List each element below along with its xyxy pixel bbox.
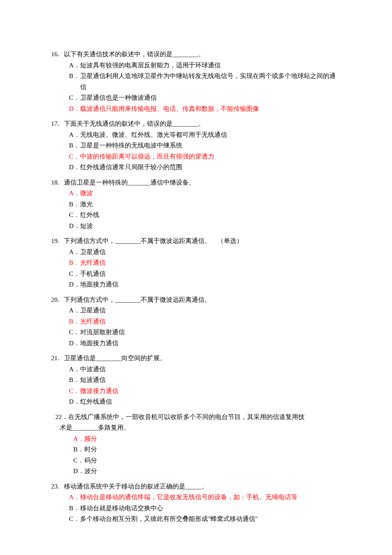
option-text: 短波通信 <box>80 375 341 386</box>
option-a: A． 中波通信 <box>69 364 341 375</box>
option-letter: D． <box>69 104 80 115</box>
option-letter: C． <box>69 210 80 221</box>
question-stem: 19. 下列通信方式中，________不属于微波远距离通信。 （单选） <box>51 236 341 247</box>
question-text: 以下有关通信技术的叙述中，错误的是________。 <box>64 49 341 60</box>
options-list: A． 短波具有较强的电离层反射能力，适用于环球通信 B． 卫星通信利用人造地球卫… <box>51 60 341 115</box>
question-text: 下面关于无线通信的叙述中，错误的是________。 <box>64 119 341 130</box>
question-19: 19. 下列通信方式中，________不属于微波远距离通信。 （单选） A． … <box>51 236 341 290</box>
options-list: A． 卫星通信 B． 光纤通信 C． 手机通信 D． 地面接力通信 <box>51 247 341 290</box>
option-b: B． 卫星通信利用人造地球卫星作为中继站转发无线电信号，实现在两个或多个地球站之… <box>69 71 341 92</box>
question-20: 20. 下列通信方式中，________不属于微波远距离通信。 A． 卫星通信 … <box>51 295 341 349</box>
option-letter: D． <box>69 396 80 408</box>
question-text: 通信卫星是一种特殊的_______通信中继设备。 <box>64 177 341 188</box>
option-d: D． 地面接力通信 <box>69 279 341 290</box>
question-number: 21. <box>51 353 64 364</box>
option-text: 短波具有较强的电离层反射能力，适用于环球通信 <box>80 60 341 71</box>
options-list: A． 移动台是移动的通信终端，它是收发无线信号的设备，如：手机、无绳电话等 B．… <box>51 492 341 525</box>
option-b: B． 卫星是一种特殊的无线电波中继系统 <box>69 140 341 151</box>
option-a: A． 移动台是移动的通信终端，它是收发无线信号的设备，如：手机、无绳电话等 <box>69 492 341 503</box>
option-b: B． 光纤通信 <box>69 257 341 269</box>
option-text: 红外线 <box>80 210 341 221</box>
question-text-line2: 术是________多路复用。 <box>51 422 341 434</box>
option-letter: D． <box>73 466 84 477</box>
option-c: C． 对流层散射通信 <box>69 327 341 338</box>
question-number: 20. <box>51 295 64 306</box>
option-text: 中波通信 <box>80 364 341 375</box>
option-letter: A． <box>73 434 84 445</box>
option-text: 红外线通信通常只局限于较小的范围 <box>80 162 341 173</box>
question-22: 22．在无线广播系统中，一部收音机可以收听多个不同的电台节目，其采用的信道复用技… <box>51 412 341 477</box>
question-stem: 16. 以下有关通信技术的叙述中，错误的是________。 <box>51 49 341 60</box>
question-number: 18. <box>51 177 64 188</box>
question-stem: 18. 通信卫星是一种特殊的_______通信中继设备。 <box>51 177 341 188</box>
question-16: 16. 以下有关通信技术的叙述中，错误的是________。 A． 短波具有较强… <box>51 49 341 114</box>
option-text: 卫星通信 <box>80 305 341 316</box>
option-letter: C． <box>69 514 80 525</box>
option-text: 微波接力通信 <box>80 386 341 397</box>
question-stem: 17. 下面关于无线通信的叙述中，错误的是________。 <box>51 119 341 130</box>
option-text: 卫星通信也是一种微波通信 <box>80 92 341 104</box>
option-text: 卫星是一种特殊的无线电波中继系统 <box>80 140 341 151</box>
question-stem: 23. 移动通信系统中关于移动台的叙述正确的是_____。 <box>51 481 341 492</box>
option-letter: C． <box>69 151 80 162</box>
options-list: A． 中波通信 B． 短波通信 C． 微波接力通信 D． 红外线通信 <box>51 364 341 408</box>
option-letter: A． <box>69 188 80 199</box>
option-text: 对流层散射通信 <box>80 327 341 338</box>
options-list: A． 卫星通信 B． 光纤通信 C． 对流层散射通信 D． 地面接力通信 <box>51 305 341 349</box>
question-text-line1: 在无线广播系统中，一部收音机可以收听多个不同的电台节目，其采用的信道复用技 <box>68 413 305 420</box>
option-text: 载波通信只能用来传输电报、电话、传真和数据，不能传输图像 <box>80 104 341 115</box>
option-b: B． 短波通信 <box>69 375 341 386</box>
option-letter: A． <box>69 247 80 258</box>
option-a: A． 频分 <box>73 434 341 445</box>
question-stem: 20. 下列通信方式中，________不属于微波远距离通信。 <box>51 295 341 306</box>
options-list: A． 频分 B． 时分 C． 码分 D． 波分 <box>51 434 341 477</box>
option-letter: B． <box>69 199 80 210</box>
option-letter: B． <box>69 71 80 92</box>
option-text: 卫星通信利用人造地球卫星作为中继站转发无线电信号，实现在两个或多个地球站之间的通… <box>80 71 341 92</box>
option-letter: B． <box>69 140 80 151</box>
question-text: 移动通信系统中关于移动台的叙述正确的是_____。 <box>64 481 341 492</box>
option-text: 地面接力通信 <box>80 338 341 349</box>
question-number: 17. <box>51 119 64 130</box>
option-text: 移动台就是移动电话交换中心 <box>80 503 341 514</box>
question-number: 16. <box>51 49 64 60</box>
option-a: A． 无线电波、微波、红外线、激光等都可用于无线通信 <box>69 130 341 141</box>
option-b: B． 光纤通信 <box>69 316 341 327</box>
option-text: 短波 <box>80 221 341 232</box>
option-d: D． 红外线通信通常只局限于较小的范围 <box>69 162 341 173</box>
option-text: 激光 <box>80 199 341 210</box>
option-text: 码分 <box>84 455 341 466</box>
option-text: 红外线通信 <box>80 396 341 408</box>
option-letter: D． <box>69 162 80 173</box>
option-letter: B． <box>69 316 80 327</box>
options-list: A． 无线电波、微波、红外线、激光等都可用于无线通信 B． 卫星是一种特殊的无线… <box>51 130 341 173</box>
option-a: A． 卫星通信 <box>69 247 341 258</box>
option-c: C． 码分 <box>73 455 341 466</box>
option-b: B． 激光 <box>69 199 341 210</box>
question-number: 22． <box>55 413 68 420</box>
option-letter: A． <box>69 305 80 316</box>
option-text: 中波的传输距离可以很远，而且有很强的穿透力 <box>80 151 341 162</box>
option-text: 光纤通信 <box>80 257 341 269</box>
option-letter: C． <box>69 92 80 104</box>
question-21: 21. 卫星通信是________向空间的扩展。 A． 中波通信 B． 短波通信… <box>51 353 341 408</box>
option-letter: A． <box>69 364 80 375</box>
option-letter: A． <box>69 60 80 71</box>
option-c: C． 红外线 <box>69 210 341 221</box>
question-23: 23. 移动通信系统中关于移动台的叙述正确的是_____。 A． 移动台是移动的… <box>51 481 341 525</box>
option-a: A． 短波具有较强的电离层反射能力，适用于环球通信 <box>69 60 341 71</box>
option-letter: A． <box>69 130 80 141</box>
option-text: 移动台是移动的通信终端，它是收发无线信号的设备，如：手机、无绳电话等 <box>80 492 341 503</box>
option-letter: B． <box>69 257 80 269</box>
option-c: C． 微波接力通信 <box>69 386 341 397</box>
option-letter: D． <box>69 338 80 349</box>
option-letter: D． <box>69 279 80 290</box>
option-letter: C． <box>69 269 80 280</box>
option-a: A． 卫星通信 <box>69 305 341 316</box>
option-c: C． 多个移动台相互分割，又彼此有所交叠能形成"蜂窝式移动通信" <box>69 514 341 525</box>
option-b: B． 时分 <box>73 444 341 455</box>
option-text: 波分 <box>84 466 341 477</box>
option-text: 光纤通信 <box>80 316 341 327</box>
question-text: 下列通信方式中，________不属于微波远距离通信。 <box>64 295 341 306</box>
option-letter: C． <box>73 455 84 466</box>
